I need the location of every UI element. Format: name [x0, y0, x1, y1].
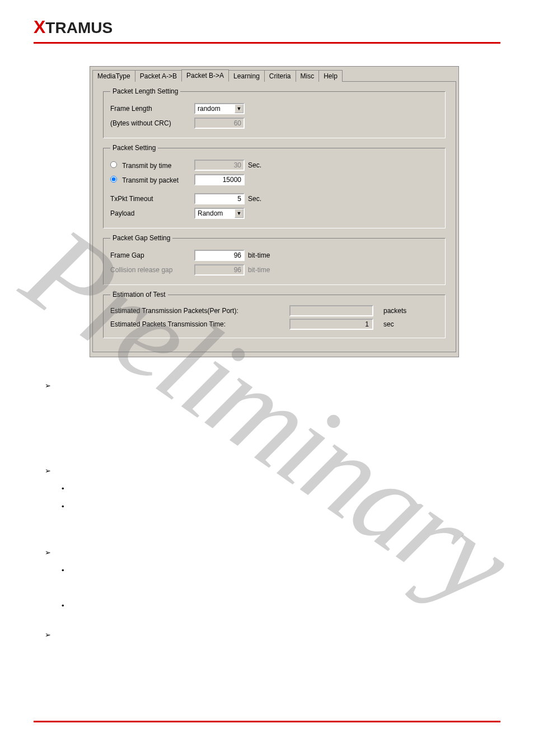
- unit-bittime-1: bit-time: [248, 251, 270, 259]
- tab-packet-a-b[interactable]: Packet A->B: [135, 70, 182, 82]
- brand-logo: XTRAMUS: [34, 17, 500, 42]
- legend-packet-length: Packet Length Setting: [110, 87, 180, 95]
- footer-divider: [34, 721, 500, 722]
- group-estimation: Estimation of Test Estimated Transmissio…: [103, 291, 446, 338]
- legend-packet-gap: Packet Gap Setting: [110, 234, 172, 242]
- value-est-packets: [289, 305, 373, 316]
- label-payload: Payload: [110, 209, 194, 217]
- legend-packet-setting: Packet Setting: [110, 144, 158, 152]
- unit-sec-2: Sec.: [248, 195, 261, 203]
- dot-bullet-icon: •: [62, 564, 72, 577]
- select-payload[interactable]: Random ▼: [194, 208, 245, 219]
- label-txpkt-timeout: TxPkt Timeout: [110, 195, 194, 203]
- tab-misc[interactable]: Misc: [296, 70, 320, 82]
- unit-bittime-2: bit-time: [248, 266, 270, 274]
- unit-packets: packets: [383, 307, 406, 315]
- radio-transmit-by-packet-wrap[interactable]: Transmit by packet: [110, 176, 194, 184]
- dot-bullet-icon: •: [62, 483, 72, 495]
- label-transmit-by-time: Transmit by time: [122, 162, 171, 170]
- group-packet-length: Packet Length Setting Frame Length rando…: [103, 87, 446, 138]
- label-collision-gap: Collision release gap: [110, 266, 194, 274]
- input-frame-gap[interactable]: [194, 250, 245, 261]
- label-transmit-by-packet: Transmit by packet: [122, 176, 179, 184]
- chevron-bullet-icon: ➢: [45, 380, 55, 392]
- input-collision-gap: [194, 264, 245, 276]
- input-bytes-wo-crc: [194, 118, 245, 129]
- dot-bullet-icon: •: [62, 600, 72, 612]
- logo-x: X: [34, 17, 45, 37]
- input-transmit-by-packet[interactable]: [194, 174, 245, 185]
- settings-dialog: MediaType Packet A->B Packet B->A Learni…: [90, 66, 459, 357]
- tab-packet-b-a[interactable]: Packet B->A: [181, 69, 229, 82]
- dot-bullet-icon: •: [62, 501, 72, 513]
- select-payload-value: Random: [198, 209, 223, 217]
- chevron-bullet-icon: ➢: [45, 629, 55, 641]
- unit-sec-1: Sec.: [248, 161, 261, 169]
- header-divider: [34, 42, 500, 44]
- select-frame-length[interactable]: random ▼: [194, 103, 245, 114]
- unit-sec-3: sec: [383, 320, 394, 328]
- label-frame-length: Frame Length: [110, 105, 194, 113]
- tab-learning[interactable]: Learning: [228, 70, 265, 82]
- chevron-down-icon: ▼: [235, 104, 243, 113]
- select-frame-length-value: random: [198, 105, 221, 113]
- label-bytes-wo-crc: (Bytes without CRC): [110, 119, 194, 127]
- tab-criteria[interactable]: Criteria: [264, 70, 296, 82]
- label-frame-gap: Frame Gap: [110, 251, 194, 259]
- radio-transmit-by-packet[interactable]: [110, 176, 117, 183]
- radio-transmit-by-time[interactable]: [110, 161, 117, 168]
- radio-transmit-by-time-wrap[interactable]: Transmit by time: [110, 161, 194, 170]
- group-packet-gap: Packet Gap Setting Frame Gap bit-time Co…: [103, 234, 446, 285]
- tab-bar: MediaType Packet A->B Packet B->A Learni…: [90, 67, 458, 81]
- chevron-bullet-icon: ➢: [45, 465, 55, 477]
- body-text: ➢ ➢ • • ➢ • • ➢: [39, 380, 495, 641]
- tab-help[interactable]: Help: [318, 70, 343, 82]
- tab-mediatype[interactable]: MediaType: [92, 70, 135, 82]
- group-packet-setting: Packet Setting Transmit by time Sec. Tra…: [103, 144, 446, 228]
- legend-estimation: Estimation of Test: [110, 291, 168, 298]
- label-est-packets: Estimated Transmission Packets(Per Port)…: [110, 307, 289, 315]
- value-est-time: 1: [289, 319, 373, 330]
- label-est-time: Estimated Packets Transmission Time:: [110, 320, 289, 328]
- chevron-bullet-icon: ➢: [45, 547, 55, 559]
- chevron-down-icon: ▼: [235, 209, 243, 218]
- tab-body: Packet Length Setting Frame Length rando…: [92, 81, 456, 352]
- input-txpkt-timeout[interactable]: [194, 193, 245, 204]
- input-transmit-by-time: [194, 160, 245, 171]
- logo-rest: TRAMUS: [45, 19, 113, 36]
